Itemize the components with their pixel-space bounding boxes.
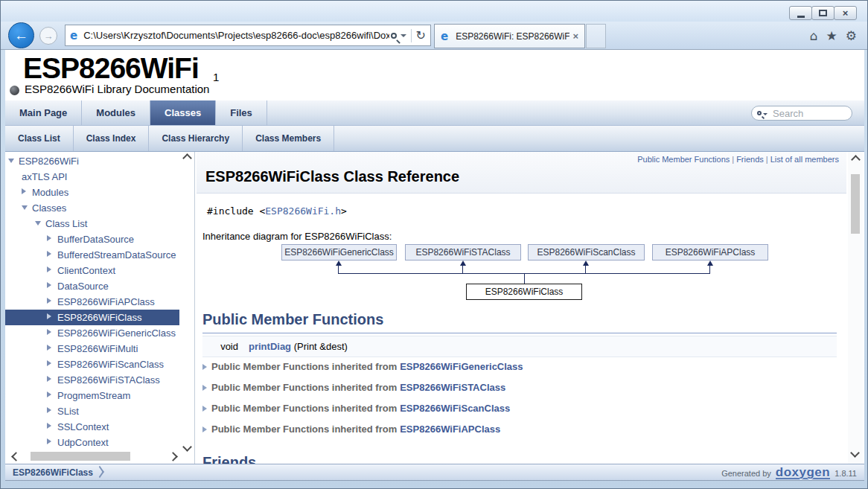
sidebar-horizontal-scrollbar[interactable] <box>8 451 181 462</box>
minimize-button[interactable] <box>789 6 812 20</box>
tree-label[interactable]: ClientContext <box>57 263 115 278</box>
maximize-button[interactable] <box>811 6 835 20</box>
tab-class-hierarchy[interactable]: Class Hierarchy <box>149 126 243 151</box>
tab-files[interactable]: Files <box>216 100 267 125</box>
search-icon[interactable] <box>757 111 762 115</box>
tree-label[interactable]: Modules <box>32 185 68 200</box>
content-vertical-scrollbar[interactable] <box>848 152 863 464</box>
tree-expand-icon[interactable] <box>47 438 51 444</box>
tree-label[interactable]: BufferedStreamDataSource <box>57 247 176 263</box>
diagram-node-staclass[interactable]: ESP8266WiFiSTAClass <box>405 244 521 261</box>
scroll-down-icon[interactable] <box>850 448 860 458</box>
expand-triangle-icon[interactable] <box>202 426 207 432</box>
tree-expand-icon[interactable] <box>47 329 51 335</box>
member-name-link[interactable]: printDiag <box>249 341 291 352</box>
tree-item-esp8266wifiscanclass[interactable]: ESP8266WiFiScanClass <box>5 357 179 372</box>
summary-link-all-members[interactable]: List of all members <box>770 155 839 164</box>
new-tab-stub[interactable] <box>586 24 606 48</box>
tree-label[interactable]: UdpContext <box>57 435 109 450</box>
tree-item-esp8266wifimulti[interactable]: ESP8266WiFiMulti <box>5 341 179 357</box>
tab-close-icon[interactable]: × <box>572 31 578 42</box>
tree-label[interactable]: DataSource <box>57 278 109 294</box>
scrollbar-thumb[interactable] <box>31 452 130 461</box>
expand-triangle-icon[interactable] <box>202 364 207 370</box>
tab-class-list[interactable]: Class List <box>5 126 74 151</box>
tree-expand-icon[interactable] <box>47 313 51 319</box>
sidebar-vertical-scrollbar[interactable] <box>182 153 193 462</box>
tree-expand-icon[interactable] <box>47 266 51 272</box>
address-search-icon[interactable] <box>391 33 397 39</box>
search-options-caret-icon[interactable] <box>763 113 768 115</box>
tree-label[interactable]: ESP8266WiFiMulti <box>57 341 138 357</box>
diagram-node-esp8266wificlass[interactable]: ESP8266WiFiClass <box>466 284 582 300</box>
favorites-star-icon[interactable]: ★ <box>826 28 837 44</box>
tree-item-sslcontext[interactable]: SSLContext <box>5 419 179 435</box>
expand-triangle-icon[interactable] <box>202 385 207 391</box>
tree-item-esp8266wifiapclass[interactable]: ESP8266WiFiAPClass <box>5 294 179 310</box>
tree-label[interactable]: ESP8266WiFiClass <box>57 310 141 325</box>
tree-item-modules[interactable]: Modules <box>5 185 179 200</box>
tree-label[interactable]: ESP8266WiFiGenericClass <box>57 325 176 341</box>
tree-expand-icon[interactable] <box>47 376 51 382</box>
search-dropdown-icon[interactable] <box>401 34 406 37</box>
tree-item-slist[interactable]: SList <box>5 403 179 419</box>
tree-label[interactable]: ESP8266WiFiSTAClass <box>57 372 160 388</box>
tree-label[interactable]: ESP8266WiFiScanClass <box>57 357 164 372</box>
tree-label[interactable]: BufferDataSource <box>57 231 134 247</box>
sidebar-splitter[interactable] <box>194 152 195 464</box>
inherited-section-scanclass[interactable]: Public Member Functions inherited fromES… <box>202 400 510 417</box>
scroll-right-icon[interactable] <box>168 452 178 461</box>
tree-collapse-icon[interactable] <box>22 205 28 210</box>
diagram-node-genericclass[interactable]: ESP8266WiFiGenericClass <box>281 244 397 261</box>
inherited-class-link[interactable]: ESP8266WiFiGenericClass <box>400 361 523 372</box>
tree-expand-icon[interactable] <box>47 345 51 351</box>
tab-modules[interactable]: Modules <box>82 100 150 125</box>
tree-expand-icon[interactable] <box>47 360 51 366</box>
tree-item-udpcontext[interactable]: UdpContext <box>5 435 179 450</box>
browser-tab[interactable]: e ESP8266WiFi: ESP8266WiFi... × <box>434 24 585 48</box>
tree-item-axtls-api[interactable]: axTLS API <box>5 169 179 185</box>
home-icon[interactable]: ⌂ <box>810 28 818 44</box>
summary-link-friends[interactable]: Friends <box>736 155 764 164</box>
tab-class-members[interactable]: Class Members <box>243 126 334 151</box>
scroll-up-icon[interactable] <box>182 153 192 163</box>
tree-expand-icon[interactable] <box>22 188 26 194</box>
inherited-class-link[interactable]: ESP8266WiFiScanClass <box>400 403 510 414</box>
scrollbar-thumb[interactable] <box>851 174 860 234</box>
scroll-down-icon[interactable] <box>182 442 192 452</box>
summary-link-public-members[interactable]: Public Member Functions <box>637 155 730 164</box>
tree-expand-icon[interactable] <box>47 235 51 241</box>
inherited-section-genericclass[interactable]: Public Member Functions inherited fromES… <box>202 359 523 375</box>
tools-gear-icon[interactable]: ⚙ <box>846 28 857 44</box>
tree-expand-icon[interactable] <box>47 391 51 397</box>
tab-main-page[interactable]: Main Page <box>5 100 82 125</box>
tree-item-bufferedstreamdatasource[interactable]: BufferedStreamDataSource <box>5 247 179 263</box>
tree-expand-icon[interactable] <box>47 423 51 429</box>
tree-label[interactable]: SList <box>57 403 79 419</box>
scroll-up-icon[interactable] <box>851 155 861 164</box>
tree-label[interactable]: ESP8266WiFi <box>19 153 79 169</box>
diagram-node-apclass[interactable]: ESP8266WiFiAPClass <box>652 244 768 261</box>
tree-item-esp8266wifi[interactable]: ESP8266WiFi <box>5 153 179 169</box>
tree-item-class-list[interactable]: Class List <box>5 216 179 231</box>
tree-item-esp8266wifistaclass[interactable]: ESP8266WiFiSTAClass <box>5 372 179 388</box>
scroll-left-icon[interactable] <box>11 452 21 461</box>
close-button[interactable]: × <box>834 6 857 20</box>
breadcrumb[interactable]: ESP8266WiFiClass <box>13 467 93 478</box>
diagram-node-scanclass[interactable]: ESP8266WiFiScanClass <box>528 244 645 261</box>
tree-collapse-icon[interactable] <box>8 159 14 163</box>
tree-label[interactable]: ProgmemStream <box>57 388 130 403</box>
include-file-link[interactable]: ESP8266WiFi.h <box>265 205 341 217</box>
tree-item-clientcontext[interactable]: ClientContext <box>5 263 179 278</box>
tab-classes[interactable]: Classes <box>150 100 216 125</box>
address-bar[interactable]: e ↻ <box>65 25 431 46</box>
inherited-class-link[interactable]: ESP8266WiFiSTAClass <box>400 382 505 393</box>
tree-item-progmemstream[interactable]: ProgmemStream <box>5 388 179 403</box>
tree-label[interactable]: Classes <box>32 200 66 216</box>
doxygen-logo[interactable]: doxygen <box>776 467 830 479</box>
tree-item-esp8266wifigenericclass[interactable]: ESP8266WiFiGenericClass <box>5 325 179 341</box>
tree-expand-icon[interactable] <box>47 251 51 257</box>
tree-label[interactable]: axTLS API <box>22 169 67 185</box>
tree-item-datasource[interactable]: DataSource <box>5 278 179 294</box>
tree-expand-icon[interactable] <box>47 407 51 413</box>
